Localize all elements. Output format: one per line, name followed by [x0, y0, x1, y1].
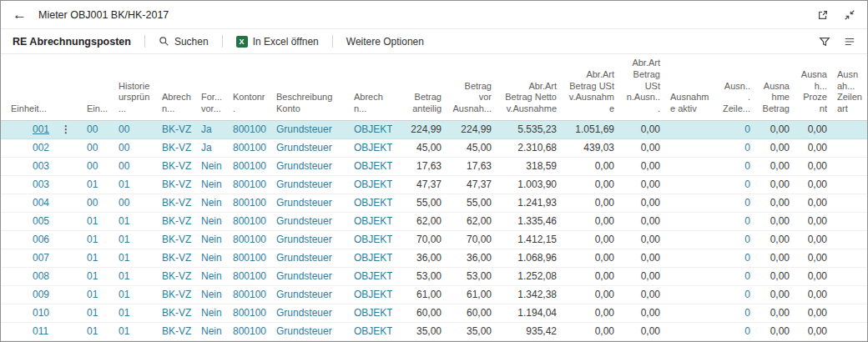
cell[interactable]: Grundsteuer	[271, 285, 349, 304]
cell[interactable]: BK-VZ	[157, 322, 196, 340]
cell[interactable]: 800100	[228, 267, 271, 285]
cell[interactable]: Nein	[196, 157, 228, 175]
list-options-icon[interactable]	[844, 36, 855, 48]
cell[interactable]: Nein	[196, 194, 228, 212]
cell[interactable]: 0	[718, 175, 755, 194]
table-row[interactable]: 0070101BK-VZNein800100GrundsteuerOBJEKT3…	[1, 249, 867, 267]
cell[interactable]: Grundsteuer	[271, 157, 349, 175]
cell[interactable]: 800100	[228, 120, 271, 138]
cell[interactable]: Nein	[196, 212, 228, 230]
cell[interactable]: BK-VZ	[157, 285, 196, 304]
cell[interactable]: Grundsteuer	[271, 120, 349, 138]
column-header[interactable]: Abrechn...	[157, 54, 196, 120]
column-header[interactable]: For... vor...	[196, 54, 228, 120]
column-header[interactable]: Beschreibung Konto	[271, 54, 349, 120]
cell[interactable]: OBJEKT	[349, 304, 392, 322]
search-button[interactable]: Suchen	[159, 36, 209, 48]
cell[interactable]: 003	[1, 157, 82, 175]
cell[interactable]: 00	[114, 194, 157, 212]
column-header[interactable]: Ausnah... Zeilenart	[832, 54, 867, 120]
cell[interactable]: 0	[718, 249, 755, 267]
cell[interactable]: 00	[82, 340, 114, 341]
cell[interactable]: Grundsteuer	[271, 340, 349, 341]
column-header[interactable]: Abr.Art Betrag USt n.Ausn...	[619, 54, 665, 120]
cell[interactable]: 800100	[228, 175, 271, 194]
cell[interactable]: Ja	[196, 138, 228, 157]
column-header[interactable]: Ausnahme aktiv	[665, 54, 718, 120]
table-row[interactable]: 0050101BK-VZNein800100GrundsteuerOBJEKT6…	[1, 212, 867, 230]
cell[interactable]: 0	[718, 157, 755, 175]
cell[interactable]: Ja	[196, 120, 228, 138]
back-arrow-icon[interactable]: ←	[13, 8, 27, 22]
cell[interactable]: 01	[82, 249, 114, 267]
cell[interactable]: OBJEKT	[349, 194, 392, 212]
cell[interactable]: BK-VZ	[157, 304, 196, 322]
cell[interactable]: Grundsteuer	[271, 230, 349, 249]
cell[interactable]: 0	[718, 304, 755, 322]
cell[interactable]: 800100	[228, 285, 271, 304]
cell[interactable]: 800100	[228, 212, 271, 230]
cell[interactable]: 003	[1, 175, 82, 194]
table-row[interactable]: 0060101BK-VZNein800100GrundsteuerOBJEKT7…	[1, 230, 867, 249]
column-header[interactable]: Ein...	[82, 54, 114, 120]
cell[interactable]: 01	[114, 249, 157, 267]
table-row[interactable]: 0090101BK-VZNein800100GrundsteuerOBJEKT6…	[1, 285, 867, 304]
cell[interactable]: OBJEKT	[349, 120, 392, 138]
cell[interactable]: 00	[82, 194, 114, 212]
cell[interactable]: Grundsteuer	[271, 249, 349, 267]
cell[interactable]: 0	[718, 285, 755, 304]
column-header[interactable]: Ausnahme Betrag	[755, 54, 795, 120]
cell[interactable]: 0	[718, 212, 755, 230]
cell[interactable]: Grundsteuer	[271, 267, 349, 285]
cell[interactable]: Grundsteuer	[271, 322, 349, 340]
cell[interactable]: OBJEKT	[349, 138, 392, 157]
open-in-excel-button[interactable]: X In Excel öffnen	[236, 36, 319, 48]
cell[interactable]: 800100	[228, 304, 271, 322]
cell[interactable]: Nein	[196, 230, 228, 249]
cell[interactable]: Nein	[196, 285, 228, 304]
exit-fullscreen-icon[interactable]	[844, 9, 855, 21]
cell[interactable]: 00	[114, 157, 157, 175]
cell[interactable]: 0	[718, 322, 755, 340]
cell[interactable]: 0	[718, 267, 755, 285]
cell[interactable]: 01	[82, 212, 114, 230]
table-row[interactable]: 001⋮0000BK-VZJa800100GrundsteuerOBJEKT22…	[1, 120, 867, 138]
column-header[interactable]: Einheit...	[1, 54, 82, 120]
cell[interactable]: 01	[82, 267, 114, 285]
cell[interactable]: 00	[114, 138, 157, 157]
column-header[interactable]: Abrechn...	[349, 54, 392, 120]
column-header[interactable]: Betrag vor Ausnah...	[447, 54, 497, 120]
table-row[interactable]: 0030000BK-VZNein800100GrundsteuerOBJEKT1…	[1, 157, 867, 175]
cell[interactable]: 00	[82, 157, 114, 175]
cell[interactable]: 800100	[228, 340, 271, 341]
cell[interactable]: BK-VZ	[157, 194, 196, 212]
cell[interactable]: 01	[114, 267, 157, 285]
cell[interactable]: 01	[114, 230, 157, 249]
cell[interactable]: 800100	[228, 230, 271, 249]
cell[interactable]: 006	[1, 230, 82, 249]
cell[interactable]: Grundsteuer	[271, 138, 349, 157]
cell[interactable]: OBJEKT	[349, 157, 392, 175]
cell[interactable]: 0	[718, 120, 755, 138]
cell[interactable]: 00	[114, 120, 157, 138]
cell[interactable]: 01	[114, 212, 157, 230]
open-in-new-window-icon[interactable]	[817, 9, 829, 21]
cell[interactable]: 0	[718, 194, 755, 212]
cell[interactable]: Nein	[196, 175, 228, 194]
cell[interactable]: 0	[718, 340, 755, 341]
cell[interactable]: OBJEKT	[349, 175, 392, 194]
column-header[interactable]: Abr.Art Betrag USt v.Ausnahme	[562, 54, 619, 120]
cell[interactable]: 00	[82, 138, 114, 157]
cell[interactable]: Grundsteuer	[271, 212, 349, 230]
cell[interactable]: 01	[82, 322, 114, 340]
cell[interactable]: OBJEKT	[349, 212, 392, 230]
cell[interactable]: 01	[114, 285, 157, 304]
cell[interactable]: 01	[114, 304, 157, 322]
cell[interactable]: OBJEKT	[349, 230, 392, 249]
cell[interactable]: BK-VZ	[157, 120, 196, 138]
table-row[interactable]: 0110101BK-VZNein800100GrundsteuerOBJEKT3…	[1, 322, 867, 340]
cell[interactable]: Nein	[196, 249, 228, 267]
cell[interactable]: 01	[114, 322, 157, 340]
cell[interactable]: BK-VZ	[157, 230, 196, 249]
cell[interactable]: OBJEKT	[349, 340, 392, 341]
